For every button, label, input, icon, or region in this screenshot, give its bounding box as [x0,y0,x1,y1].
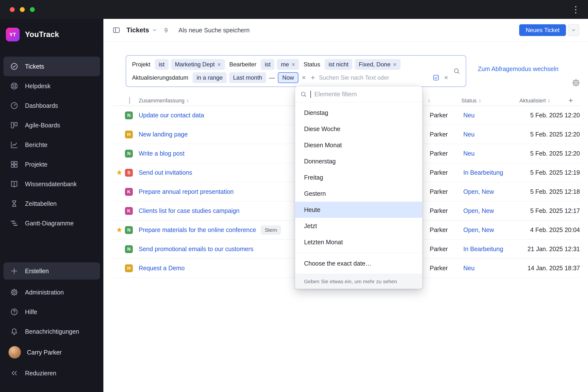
select-all-checkbox[interactable] [129,97,130,104]
assignee[interactable]: Parker [428,188,461,195]
ticket-summary-link[interactable]: New landing page [139,131,188,138]
filter-op[interactable]: in a range [192,72,226,83]
sidebar-item-zeittabellen[interactable]: Zeittabellen [4,194,100,214]
sidebar-item-administration[interactable]: Administration [4,282,100,302]
query-mode-link[interactable]: Zum Abfragemodus wechseln [478,66,558,72]
assignee[interactable]: Parker [428,246,461,252]
col-updated[interactable]: Aktualisiert [520,98,546,104]
ticket-summary-link[interactable]: Prepare annual report presentation [139,188,234,195]
sort-icon[interactable]: ↕ [186,98,189,104]
sidebar-item-tickets[interactable]: Tickets [4,56,100,76]
filter-attr[interactable]: Projekt [130,61,152,68]
add-column-icon[interactable]: + [568,96,573,105]
create-button[interactable]: Erstellen [4,262,100,280]
sidebar-item-agile-boards[interactable]: Agile-Boards [4,116,100,135]
add-filter-icon[interactable]: + [309,74,316,82]
assignee[interactable]: Parker [428,264,461,272]
panel-toggle-icon[interactable] [112,26,120,34]
filter-value[interactable]: me × [277,59,299,70]
user-profile[interactable]: Carry Parker [4,341,100,363]
status-value[interactable]: Neu [461,264,520,272]
ticket-tag[interactable]: Stern [261,226,280,234]
dropdown-item[interactable]: Letzten Monat [295,234,422,250]
dropdown-item[interactable]: Diesen Monat [295,137,422,153]
filter-op[interactable]: ist [155,59,168,70]
sidebar-item-projekte[interactable]: Projekte [4,154,100,174]
dropdown-item[interactable]: Dienstag [295,104,422,121]
dropdown-item[interactable]: Jetzt [295,218,422,234]
minimize-window-button[interactable] [20,7,25,12]
new-ticket-dropdown-button[interactable] [568,24,579,36]
remove-token-icon[interactable]: × [217,61,221,68]
save-search-link[interactable]: Als neue Suche speichern [178,27,250,34]
dropdown-item[interactable]: Gestern [295,186,422,202]
sidebar-item-gantt[interactable]: Gantt-Diagramme [4,214,100,233]
close-window-button[interactable] [10,7,15,12]
ticket-summary-link[interactable]: Send promotional emails to our customers [139,246,253,252]
lifebuoy-icon [10,82,18,90]
remove-token-icon[interactable]: × [393,61,397,68]
filter-range-from[interactable]: Last month [229,72,266,83]
filter-value[interactable]: Marketing Dept × [171,59,225,70]
sort-icon[interactable]: ↕ [548,98,550,104]
sidebar-collapse[interactable]: Reduzieren [4,363,100,383]
apply-filter-icon[interactable] [432,74,440,81]
window-menu-icon[interactable]: ⋮ [571,5,580,14]
new-ticket-button[interactable]: Neues Ticket [519,24,566,36]
assignee[interactable]: Parker [428,226,461,234]
ticket-summary-link[interactable]: Prepare materials for the online confere… [139,226,256,234]
dropdown-item-selected[interactable]: Heute [295,202,422,218]
dropdown-item[interactable]: Freitag [295,169,422,186]
sidebar-item-berichte[interactable]: Berichte [4,135,100,154]
assignee[interactable]: Parker [428,131,461,138]
dropdown-item[interactable]: Diese Woche [295,121,422,137]
clear-filter-icon[interactable]: × [442,74,448,82]
search-icon[interactable] [453,68,460,75]
sort-icon[interactable]: ↕ [478,98,481,104]
status-value[interactable]: Open, New [461,207,520,214]
star-icon[interactable]: ★ [116,169,122,176]
filter-attr[interactable]: Aktualisierungsdatum [130,74,190,81]
status-value[interactable]: In Bearbeitung [461,169,520,176]
ticket-summary-link[interactable]: Request a Demo [139,264,185,272]
sidebar-item-wissensdatenbank[interactable]: Wissensdatenbank [4,174,100,194]
filter-value[interactable]: Fixed, Done × [355,59,400,70]
filter-op[interactable]: ist nicht [324,59,352,70]
assignee[interactable]: Parker [428,150,461,157]
status-value[interactable]: Open, New [461,226,520,234]
ticket-summary-link[interactable]: Send out invitations [139,169,192,176]
dropdown-filter-input[interactable] [314,91,417,98]
assignee[interactable]: Parker [428,169,461,176]
assignee[interactable]: Parker [428,207,461,214]
remove-token-icon[interactable]: × [292,61,295,68]
status-value[interactable]: Open, New [461,188,520,195]
assignee[interactable]: Parker [428,112,461,119]
sidebar-item-dashboards[interactable]: Dashboards [4,96,100,116]
settings-gear-icon[interactable] [571,78,581,88]
chevron-down-icon[interactable] [152,27,158,33]
ticket-summary-link[interactable]: Update our contact data [139,112,204,119]
ticket-summary-link[interactable]: Write a blog post [139,150,184,157]
filter-text-input[interactable] [319,74,430,81]
col-summary[interactable]: Zusammenfassung [139,98,184,104]
choose-exact-date[interactable]: Choose the exact date… [295,255,422,272]
filter-attr[interactable]: Status [302,61,322,68]
sidebar-item-hilfe[interactable]: Hilfe [4,302,100,322]
ticket-summary-link[interactable]: Clients list for case studies campaign [139,207,239,214]
status-value[interactable]: Neu [461,112,520,119]
status-value[interactable]: In Bearbeitung [461,246,520,252]
status-value[interactable]: Neu [461,131,520,138]
status-value[interactable]: Neu [461,150,520,157]
filter-op[interactable]: ist [261,59,274,70]
filter-attr[interactable]: Bearbeiter [227,61,258,68]
zoom-window-button[interactable] [30,7,35,12]
sidebar-item-helpdesk[interactable]: Helpdesk [4,76,100,96]
star-icon[interactable]: ★ [116,226,122,234]
remove-range-icon[interactable]: × [301,74,307,82]
sort-icon[interactable]: ↕ [428,98,430,104]
col-status[interactable]: Status [461,98,476,104]
sidebar-item-benachrichtigungen[interactable]: Benachrichtigungen [4,322,100,341]
filter-range-to[interactable]: Now [278,72,298,83]
page-title[interactable]: Tickets [126,26,149,34]
dropdown-item[interactable]: Donnerstag [295,153,422,169]
